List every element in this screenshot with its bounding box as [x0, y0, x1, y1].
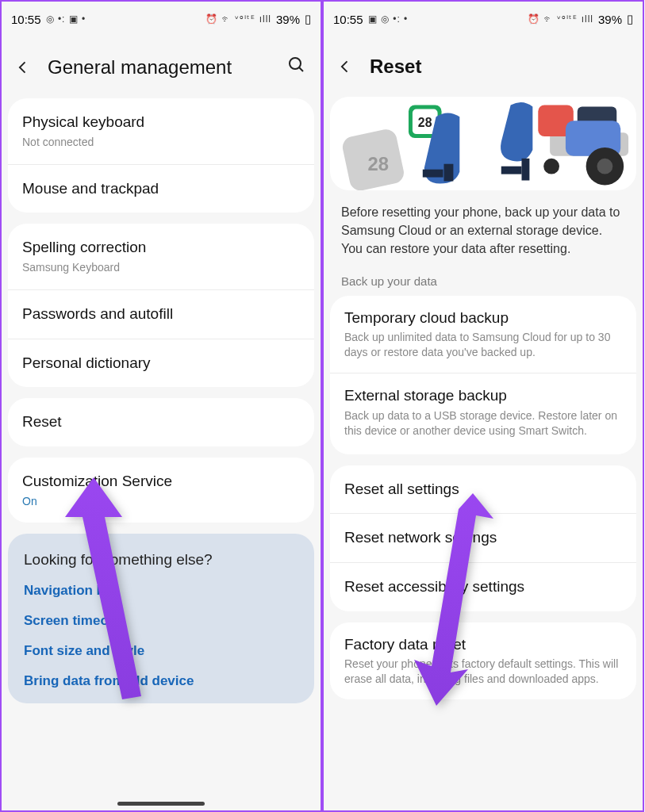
item-reset-network-settings[interactable]: Reset network settings — [330, 513, 636, 562]
battery-icon: ▯ — [305, 12, 311, 26]
status-battery: 39% — [598, 13, 622, 26]
svg-rect-7 — [444, 164, 454, 182]
svg-point-0 — [290, 58, 301, 69]
item-title: Personal dictionary — [22, 354, 300, 373]
item-factory-data-reset[interactable]: Factory data reset Reset your phone to i… — [330, 622, 636, 699]
suggestions-heading: Looking for something else? — [24, 551, 298, 569]
item-physical-keyboard[interactable]: Physical keyboard Not connected — [8, 98, 314, 164]
suggestion-link[interactable]: Screen timeout — [24, 613, 298, 629]
card-customization: Customization Service On — [8, 458, 314, 523]
card-factory-reset: Factory data reset Reset your phone to i… — [330, 622, 636, 699]
item-title: Reset accessibility settings — [344, 577, 622, 597]
back-button[interactable] — [335, 59, 355, 75]
svg-text:28: 28 — [368, 153, 389, 174]
item-sub: Not connected — [22, 135, 300, 150]
item-title: Reset all settings — [344, 480, 622, 500]
item-title: Mouse and trackpad — [22, 179, 300, 199]
item-title: Passwords and autofill — [22, 304, 300, 324]
suggestions-card: Looking for something else? Navigation b… — [8, 534, 314, 703]
reset-info-text: Before resetting your phone, back up you… — [324, 197, 643, 270]
status-time: 10:55 — [333, 13, 363, 26]
item-title: Spelling correction — [22, 238, 300, 258]
home-indicator[interactable] — [117, 802, 205, 806]
item-sub: On — [22, 494, 300, 509]
header: Reset — [324, 36, 643, 97]
item-title: External storage backup — [344, 386, 622, 406]
status-bar: 10:55 ▣ ◎ •: • ⏰ ᯤ ᵛᵒᴵᵗᴱ ılll 39% ▯ — [324, 2, 643, 36]
status-bar: 10:55 ◎ •: ▣ • ⏰ ᯤ ᵛᵒᴵᵗᴱ ılll 39% ▯ — [2, 2, 321, 36]
battery-icon: ▯ — [627, 12, 633, 26]
phone-left: 10:55 ◎ •: ▣ • ⏰ ᯤ ᵛᵒᴵᵗᴱ ılll 39% ▯ Gene… — [0, 0, 322, 812]
search-icon — [287, 56, 306, 75]
item-temporary-cloud-backup[interactable]: Temporary cloud backup Back up unlimited… — [330, 296, 636, 373]
item-external-storage-backup[interactable]: External storage backup Back up data to … — [330, 373, 636, 450]
status-right-icons: ⏰ ᯤ ᵛᵒᴵᵗᴱ ılll — [205, 13, 271, 25]
reset-illustration: 28 28 — [330, 97, 636, 190]
svg-point-16 — [597, 159, 613, 174]
svg-rect-9 — [521, 159, 529, 181]
item-customization-service[interactable]: Customization Service On — [8, 458, 314, 523]
card-reset: Reset — [8, 398, 314, 446]
svg-rect-8 — [423, 170, 443, 178]
item-title: Physical keyboard — [22, 113, 300, 132]
suggestion-link[interactable]: Font size and style — [24, 643, 298, 659]
item-passwords-autofill[interactable]: Passwords and autofill — [8, 289, 314, 339]
status-left-icons: ▣ ◎ •: • — [368, 13, 409, 25]
status-right-icons: ⏰ ᯤ ᵛᵒᴵᵗᴱ ılll — [528, 13, 593, 25]
chevron-left-icon — [15, 59, 31, 75]
back-button[interactable] — [13, 59, 33, 75]
item-title: Reset — [22, 412, 300, 432]
item-title: Reset network settings — [344, 528, 622, 548]
item-spelling-correction[interactable]: Spelling correction Samsung Keyboard — [8, 224, 314, 289]
header: General management — [2, 36, 321, 98]
item-reset-accessibility-settings[interactable]: Reset accessibility settings — [330, 562, 636, 611]
svg-text:28: 28 — [418, 116, 432, 129]
status-battery: 39% — [276, 13, 300, 26]
item-sub: Samsung Keyboard — [22, 260, 300, 275]
card-input-devices: Physical keyboard Not connected Mouse an… — [8, 98, 314, 213]
search-button[interactable] — [287, 56, 306, 79]
suggestion-link[interactable]: Bring data from old device — [24, 673, 298, 689]
item-sub: Back up unlimited data to Samsung Cloud … — [344, 330, 622, 360]
card-language-input: Spelling correction Samsung Keyboard Pas… — [8, 224, 314, 387]
backup-section-label: Back up your data — [324, 270, 643, 296]
svg-line-1 — [299, 67, 303, 71]
item-title: Customization Service — [22, 472, 300, 492]
status-left-icons: ◎ •: ▣ • — [46, 13, 86, 25]
item-personal-dictionary[interactable]: Personal dictionary — [8, 339, 314, 388]
phone-right: 10:55 ▣ ◎ •: • ⏰ ᯤ ᵛᵒᴵᵗᴱ ılll 39% ▯ Rese… — [322, 0, 644, 812]
page-title: Reset — [370, 56, 628, 78]
item-reset[interactable]: Reset — [8, 398, 314, 446]
status-time: 10:55 — [11, 13, 41, 26]
item-title: Factory data reset — [344, 635, 622, 655]
item-sub: Back up data to a USB storage device. Re… — [344, 408, 622, 439]
suggestion-link[interactable]: Navigation bar — [24, 583, 298, 599]
card-reset-options: Reset all settings Reset network setting… — [330, 465, 636, 611]
card-backup: Temporary cloud backup Back up unlimited… — [330, 296, 636, 454]
item-reset-all-settings[interactable]: Reset all settings — [330, 465, 636, 514]
illustration-card: 28 28 — [330, 97, 636, 190]
page-title: General management — [48, 56, 273, 79]
item-sub: Reset your phone to its factory default … — [344, 657, 622, 687]
item-mouse-trackpad[interactable]: Mouse and trackpad — [8, 164, 314, 213]
chevron-left-icon — [337, 59, 353, 75]
svg-rect-10 — [501, 167, 522, 174]
item-title: Temporary cloud backup — [344, 308, 622, 328]
svg-point-17 — [543, 159, 559, 174]
